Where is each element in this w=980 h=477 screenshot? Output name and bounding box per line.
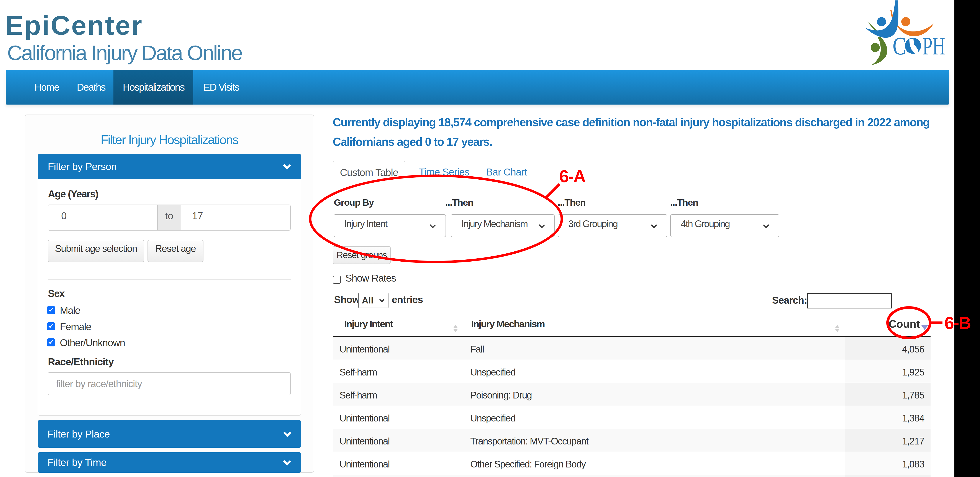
svg-text:C: C	[892, 32, 906, 60]
svg-text:6-A: 6-A	[559, 167, 585, 186]
svg-text:PH: PH	[923, 32, 945, 60]
